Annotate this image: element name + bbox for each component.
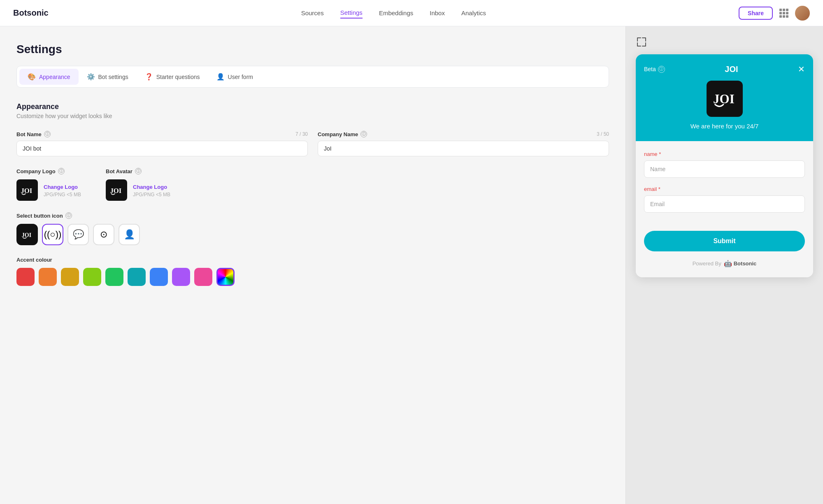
svg-text:JOI: JOI [21, 187, 32, 195]
beta-badge: Beta ⓘ [644, 66, 665, 73]
company-name-label: Company Name ⓘ 3 / 50 [318, 131, 609, 137]
beta-label: Beta [644, 66, 656, 72]
color-swatches [16, 268, 609, 286]
settings-panel: Settings 🎨 Appearance ⚙️ Bot settings ❓ … [0, 26, 625, 504]
user-avatar[interactable] [795, 6, 810, 21]
submit-button[interactable]: Submit [644, 231, 805, 251]
icon-joi[interactable]: JOI [16, 224, 38, 245]
tab-bot-settings[interactable]: ⚙️ Bot settings [79, 69, 137, 85]
bot-name-info-icon[interactable]: ⓘ [44, 131, 51, 137]
beta-info-icon[interactable]: ⓘ [658, 66, 665, 73]
icon-question[interactable]: ⊙ [93, 224, 114, 245]
color-lime[interactable] [83, 268, 101, 286]
color-purple[interactable] [172, 268, 190, 286]
chat-preview-panel: Beta ⓘ JOI ✕ JOI We are here for you 24/… [625, 26, 823, 504]
company-logo-group: Company Logo ⓘ JOI Change Logo JPG/PNG <… [16, 168, 81, 201]
app-logo: Botsonic [13, 8, 49, 18]
email-input-preview[interactable]: Email [644, 195, 805, 213]
email-required: * [657, 186, 660, 192]
bot-name-label: Bot Name ⓘ 7 / 30 [16, 131, 308, 137]
bot-avatar-upload: JOI Change Logo JPG/PNG <5 MB [106, 179, 170, 201]
chat-logo: JOI [707, 81, 743, 117]
powered-by-label: Powered By [693, 260, 721, 267]
expand-icon[interactable] [636, 36, 647, 49]
bot-avatar-info-icon[interactable]: ⓘ [135, 168, 142, 174]
nav-analytics[interactable]: Analytics [461, 8, 486, 18]
company-logo-label: Company Logo ⓘ [16, 168, 81, 174]
icon-options: JOI ((○)) 💬 ⊙ 👤 [16, 224, 609, 245]
chat-body: name * Name email * Email [636, 141, 813, 231]
tab-user-form[interactable]: 👤 User form [208, 69, 261, 85]
color-yellow[interactable] [61, 268, 79, 286]
bot-avatar-image: JOI [109, 183, 124, 197]
company-logo-hint: JPG/PNG <5 MB [44, 192, 81, 197]
logo-avatar-row: Company Logo ⓘ JOI Change Logo JPG/PNG <… [16, 168, 609, 201]
main-header: Botsonic Sources Settings Embeddings Inb… [0, 0, 823, 26]
main-layout: Settings 🎨 Appearance ⚙️ Bot settings ❓ … [0, 26, 823, 504]
company-logo-preview: JOI [16, 179, 38, 201]
name-fields-row: Bot Name ⓘ 7 / 30 Company Name ⓘ 3 / 50 [16, 131, 609, 156]
company-name-input[interactable] [318, 141, 609, 156]
color-rainbow[interactable] [216, 268, 235, 286]
chat-widget: Beta ⓘ JOI ✕ JOI We are here for you 24/… [636, 54, 813, 277]
powered-icon: 🤖 [724, 260, 732, 267]
name-required: * [658, 151, 661, 157]
color-red[interactable] [16, 268, 35, 286]
chat-header-top: Beta ⓘ JOI ✕ [644, 64, 805, 74]
appearance-icon: 🎨 [28, 73, 36, 81]
company-name-info-icon[interactable]: ⓘ [360, 131, 367, 137]
name-field-label: name * [644, 151, 805, 157]
button-icons-section: Select button icon ⓘ JOI ((○)) 💬 ⊙ [16, 212, 609, 245]
bot-avatar-info: Change Logo JPG/PNG <5 MB [133, 183, 170, 197]
accent-colour-section: Accent colour [16, 257, 609, 286]
accent-colour-label: Accent colour [16, 257, 609, 263]
icon-radio[interactable]: ((○)) [42, 224, 63, 245]
tab-user-form-label: User form [228, 74, 253, 80]
powered-by: Powered By 🤖 Botsonic [644, 260, 805, 267]
nav-embeddings[interactable]: Embeddings [379, 8, 413, 18]
nav-inbox[interactable]: Inbox [430, 8, 445, 18]
user-form-icon: 👤 [216, 73, 225, 81]
nav-settings[interactable]: Settings [340, 7, 363, 19]
share-button[interactable]: Share [739, 7, 773, 20]
change-bot-avatar-link[interactable]: Change Logo [133, 184, 167, 190]
powered-brand: 🤖 Botsonic [724, 260, 757, 267]
color-teal[interactable] [128, 268, 146, 286]
tab-starter-questions[interactable]: ❓ Starter questions [137, 69, 208, 85]
nav-sources[interactable]: Sources [301, 8, 324, 18]
chat-subtitle: We are here for you 24/7 [690, 123, 759, 130]
starter-questions-icon: ❓ [145, 73, 153, 81]
icon-person[interactable]: 👤 [119, 224, 140, 245]
appearance-section-title: Appearance [16, 102, 609, 111]
company-logo-image: JOI [20, 183, 35, 197]
bot-name-group: Bot Name ⓘ 7 / 30 [16, 131, 308, 156]
icon-chat[interactable]: 💬 [67, 224, 89, 245]
email-field-label: email * [644, 186, 805, 192]
company-name-group: Company Name ⓘ 3 / 50 [318, 131, 609, 156]
bot-avatar-label: Bot Avatar ⓘ [106, 168, 170, 174]
color-blue[interactable] [150, 268, 168, 286]
company-logo-upload: JOI Change Logo JPG/PNG <5 MB [16, 179, 81, 201]
svg-text:JOI: JOI [713, 92, 735, 106]
select-icon-info-icon[interactable]: ⓘ [65, 212, 72, 219]
appearance-section-desc: Customize how your widget looks like [16, 113, 609, 119]
bot-settings-icon: ⚙️ [87, 73, 95, 81]
chat-title: JOI [725, 65, 738, 74]
bot-name-input[interactable] [16, 141, 308, 156]
name-input-preview[interactable]: Name [644, 160, 805, 178]
chat-close-icon[interactable]: ✕ [798, 64, 805, 74]
color-pink[interactable] [194, 268, 212, 286]
tab-appearance-label: Appearance [39, 74, 70, 80]
bot-name-count: 7 / 30 [295, 131, 308, 137]
change-company-logo-link[interactable]: Change Logo [44, 184, 78, 190]
tab-starter-questions-label: Starter questions [156, 74, 200, 80]
settings-tabs: 🎨 Appearance ⚙️ Bot settings ❓ Starter q… [16, 66, 609, 88]
color-orange[interactable] [39, 268, 57, 286]
tab-appearance[interactable]: 🎨 Appearance [19, 69, 79, 85]
color-green[interactable] [105, 268, 123, 286]
apps-grid-icon[interactable] [779, 9, 788, 18]
chat-header: Beta ⓘ JOI ✕ JOI We are here for you 24/… [636, 54, 813, 141]
header-right: Share [739, 6, 810, 21]
company-name-count: 3 / 50 [597, 131, 609, 137]
company-logo-info-icon[interactable]: ⓘ [58, 168, 65, 174]
